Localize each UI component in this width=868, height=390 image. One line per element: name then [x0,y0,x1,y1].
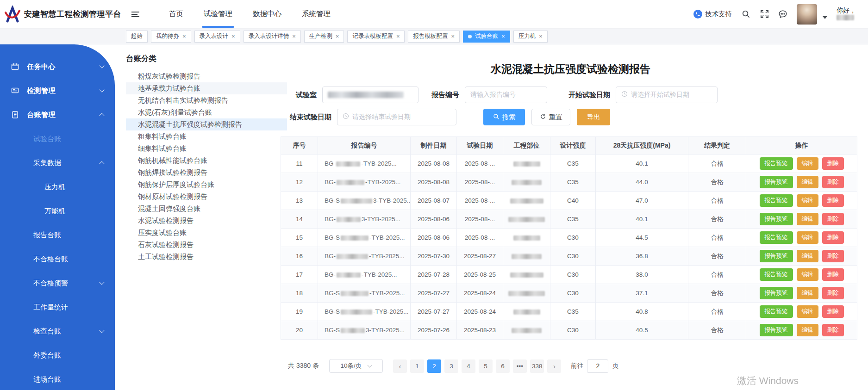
view-tab-压力机[interactable]: 压力机× [513,31,548,43]
page-button-2[interactable]: 2 [427,359,441,373]
export-button[interactable]: 导出 [577,109,610,125]
delete-button[interactable]: 删除 [822,231,844,244]
sidebar-item-不合格台账[interactable]: 不合格台账 [0,247,115,271]
delete-button[interactable]: 删除 [822,305,844,318]
close-icon[interactable]: × [396,33,400,39]
edit-button[interactable]: 编辑 [797,176,818,188]
category-item-无机结合料击实试验检测报告[interactable]: 无机结合料击实试验检测报告 [126,94,287,106]
nav-item-试验管理[interactable]: 试验管理 [204,0,232,29]
delete-button[interactable]: 删除 [822,324,844,336]
close-icon[interactable]: × [336,33,339,39]
more-pages-button[interactable]: ••• [513,359,527,373]
view-tab-起始[interactable]: 起始 [126,31,148,43]
report-preview-button[interactable]: 报告预览 [760,305,793,318]
category-item-混凝土回弹强度台账[interactable]: 混凝土回弹强度台账 [126,203,287,215]
report-preview-button[interactable]: 报告预览 [760,176,793,188]
message-icon[interactable] [778,10,787,19]
page-size-select[interactable]: 10条/页 [329,359,383,373]
user-menu-caret-icon[interactable] [823,16,827,19]
sidebar-item-压力机[interactable]: 压力机 [0,175,115,199]
page-button-1[interactable]: 1 [410,359,424,373]
sidebar-item-进场台账[interactable]: 进场台账 [0,367,115,390]
page-button-6[interactable]: 6 [496,359,510,373]
report-preview-button[interactable]: 报告预览 [760,287,793,299]
sidebar-item-外委台账[interactable]: 外委台账 [0,343,115,367]
page-button-4[interactable]: 4 [462,359,475,373]
sidebar-item-报告台账[interactable]: 报告台账 [0,223,115,247]
category-item-钢筋焊接试验检测报告[interactable]: 钢筋焊接试验检测报告 [126,167,287,179]
category-item-钢筋机械性能试验台账[interactable]: 钢筋机械性能试验台账 [126,155,287,167]
edit-button[interactable]: 编辑 [797,213,818,225]
view-tab-试验台账[interactable]: 试验台账× [463,31,510,43]
report-preview-button[interactable]: 报告预览 [760,324,793,336]
category-item-细集料试验台账[interactable]: 细集料试验台账 [126,142,287,155]
sidebar-item-不合格预警[interactable]: 不合格预警 [0,271,115,295]
sidebar-item-采集数据[interactable]: 采集数据 [0,151,115,175]
edit-button[interactable]: 编辑 [797,231,818,244]
report-preview-button[interactable]: 报告预览 [760,268,793,281]
nav-item-系统管理[interactable]: 系统管理 [302,0,331,29]
next-page-button[interactable]: › [547,359,561,373]
report-preview-button[interactable]: 报告预览 [760,250,793,262]
category-item-水泥混凝土抗压强度试验检测报告[interactable]: 水泥混凝土抗压强度试验检测报告 [126,118,287,130]
close-icon[interactable]: × [539,33,543,39]
category-item-粗集料试验台账[interactable]: 粗集料试验台账 [126,130,287,142]
tech-support-button[interactable]: 技术支持 [693,10,732,19]
category-item-压实度试验台账[interactable]: 压实度试验台账 [126,227,287,239]
category-item-石灰试验检测报告[interactable]: 石灰试验检测报告 [126,239,287,251]
view-tab-录入表设计[interactable]: 录入表设计× [194,31,240,43]
category-item-土工试验检测报告[interactable]: 土工试验检测报告 [126,251,287,263]
close-icon[interactable]: × [292,33,296,39]
report-no-input[interactable]: 请输入报告编号 [465,87,547,103]
close-icon[interactable]: × [231,33,235,39]
sidebar-item-检测管理[interactable]: 检测管理 [0,79,115,103]
delete-button[interactable]: 删除 [822,287,844,299]
sidebar-item-万能机[interactable]: 万能机 [0,199,115,223]
category-item-粉煤灰试验检测报告[interactable]: 粉煤灰试验检测报告 [126,70,287,82]
category-item-水泥(石灰)剂量试验台账[interactable]: 水泥(石灰)剂量试验台账 [126,106,287,118]
collapse-menu-icon[interactable] [131,12,139,17]
edit-button[interactable]: 编辑 [797,268,818,281]
edit-button[interactable]: 编辑 [797,250,818,262]
sidebar-item-检查台账[interactable]: 检查台账 [0,319,115,343]
delete-button[interactable]: 删除 [822,250,844,262]
sidebar-item-台账管理[interactable]: 台账管理 [0,103,115,127]
view-tab-生产检测[interactable]: 生产检测× [304,31,344,43]
close-icon[interactable]: × [451,33,455,39]
page-button-338[interactable]: 338 [530,359,544,373]
view-tab-我的待办[interactable]: 我的待办× [151,31,191,43]
search-icon[interactable] [741,10,750,19]
edit-button[interactable]: 编辑 [797,194,818,207]
category-item-地基承载力试验台账[interactable]: 地基承载力试验台账 [126,82,287,94]
report-preview-button[interactable]: 报告预览 [760,194,793,207]
edit-button[interactable]: 编辑 [797,305,818,318]
sidebar-item-试验台账[interactable]: 试验台账 [0,127,115,151]
report-preview-button[interactable]: 报告预览 [760,213,793,225]
page-button-3[interactable]: 3 [444,359,458,373]
category-item-钢筋保护层厚度试验台账[interactable]: 钢筋保护层厚度试验台账 [126,179,287,191]
delete-button[interactable]: 删除 [822,194,844,207]
lab-input[interactable] [322,87,418,103]
close-icon[interactable]: × [501,33,505,39]
prev-page-button[interactable]: ‹ [393,359,407,373]
nav-item-首页[interactable]: 首页 [169,0,183,29]
view-tab-录入表设计详情[interactable]: 录入表设计详情× [244,31,301,43]
start-date-input[interactable]: 请选择开始试验日期 [616,87,718,103]
category-item-水泥试验检测报告[interactable]: 水泥试验检测报告 [126,215,287,227]
edit-button[interactable]: 编辑 [797,287,818,299]
nav-item-数据中心[interactable]: 数据中心 [253,0,281,29]
delete-button[interactable]: 删除 [822,176,844,188]
edit-button[interactable]: 编辑 [797,157,818,170]
user-avatar[interactable] [797,4,817,25]
reset-button[interactable]: 重置 [531,109,570,125]
end-date-input[interactable]: 请选择结束试验日期 [337,109,456,125]
report-preview-button[interactable]: 报告预览 [760,157,793,170]
sidebar-item-工作量统计[interactable]: 工作量统计 [0,295,115,319]
delete-button[interactable]: 删除 [822,213,844,225]
report-preview-button[interactable]: 报告预览 [760,231,793,244]
view-tab-记录表模板配置[interactable]: 记录表模板配置× [347,31,405,43]
sidebar-item-任务中心[interactable]: 任务中心 [0,55,115,79]
fullscreen-icon[interactable] [760,10,769,19]
category-item-钢材原材试验检测报告[interactable]: 钢材原材试验检测报告 [126,191,287,203]
delete-button[interactable]: 删除 [822,268,844,281]
